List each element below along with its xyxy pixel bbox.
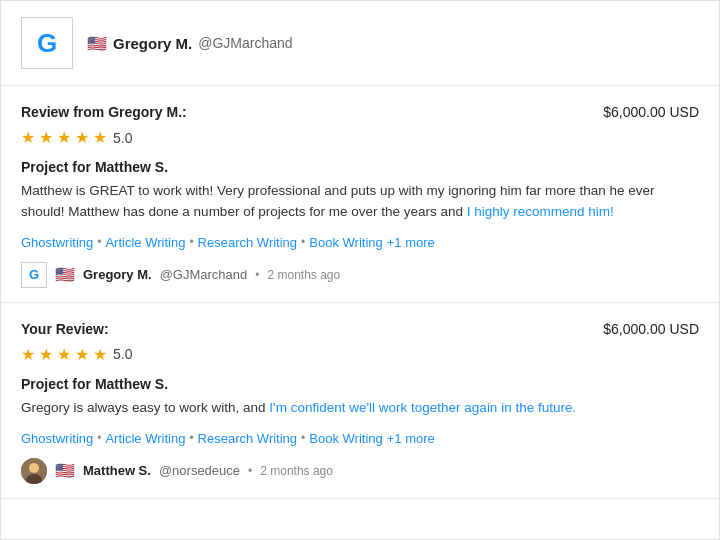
avatar: G — [21, 17, 73, 69]
stars-row-from: ★ ★ ★ ★ ★ 5.0 — [21, 128, 699, 147]
reviewer-avatar-yours — [21, 458, 47, 484]
star-5: ★ — [93, 128, 107, 147]
tag-ghostwriting-from[interactable]: Ghostwriting — [21, 235, 93, 250]
rating-num-yours: 5.0 — [113, 346, 132, 362]
reviewer-flag-yours: 🇺🇸 — [55, 461, 75, 480]
reviewer-time-yours: 2 months ago — [260, 464, 333, 478]
rating-num-from: 5.0 — [113, 130, 132, 146]
tag-article-from[interactable]: Article Writing — [105, 235, 185, 250]
tag-research-from[interactable]: Research Writing — [198, 235, 297, 250]
review-text-yours: Gregory is always easy to work with, and… — [21, 398, 699, 419]
dot-2: • — [189, 235, 193, 249]
sep-yours: • — [248, 464, 252, 478]
reviewer-name-yours: Matthew S. — [83, 463, 151, 478]
dot-5: • — [189, 431, 193, 445]
review-from-section: Review from Gregory M.: $6,000.00 USD ★ … — [1, 86, 719, 303]
your-star-3: ★ — [57, 345, 71, 364]
reviewer-handle-from: @GJMarchand — [160, 267, 248, 282]
your-review-label: Your Review: — [21, 321, 109, 337]
review-text-from: Matthew is GREAT to work with! Very prof… — [21, 181, 699, 223]
review-from-label: Review from Gregory M.: — [21, 104, 187, 120]
your-star-5: ★ — [93, 345, 107, 364]
stars-row-yours: ★ ★ ★ ★ ★ 5.0 — [21, 345, 699, 364]
project-title-yours: Project for Matthew S. — [21, 376, 699, 392]
flag-icon: 🇺🇸 — [87, 34, 107, 53]
reviewer-flag-from: 🇺🇸 — [55, 265, 75, 284]
profile-name-row: 🇺🇸 Gregory M. @GJMarchand — [87, 34, 293, 53]
dot-1: • — [97, 235, 101, 249]
svg-point-1 — [29, 463, 39, 473]
star-4: ★ — [75, 128, 89, 147]
your-star-1: ★ — [21, 345, 35, 364]
project-title-from: Project for Matthew S. — [21, 159, 699, 175]
reviewer-row-yours: 🇺🇸 Matthew S. @norsedeuce • 2 months ago — [21, 458, 699, 484]
your-star-4: ★ — [75, 345, 89, 364]
your-review-price: $6,000.00 USD — [603, 321, 699, 337]
profile-info: 🇺🇸 Gregory M. @GJMarchand — [87, 34, 293, 53]
tag-research-yours[interactable]: Research Writing — [198, 431, 297, 446]
reviewer-name-from: Gregory M. — [83, 267, 152, 282]
tag-more-from[interactable]: +1 more — [387, 235, 435, 250]
star-1: ★ — [21, 128, 35, 147]
profile-name: Gregory M. — [113, 35, 192, 52]
star-3: ★ — [57, 128, 71, 147]
dot-4: • — [97, 431, 101, 445]
tag-ghostwriting-yours[interactable]: Ghostwriting — [21, 431, 93, 446]
review-header-row: Review from Gregory M.: $6,000.00 USD — [21, 104, 699, 120]
profile-header: G 🇺🇸 Gregory M. @GJMarchand — [1, 1, 719, 86]
your-star-2: ★ — [39, 345, 53, 364]
reviewer-handle-yours: @norsedeuce — [159, 463, 240, 478]
reviewer-avatar-from: G — [21, 262, 47, 288]
tags-row-yours[interactable]: Ghostwriting • Article Writing • Researc… — [21, 431, 699, 446]
dot-6: • — [301, 431, 305, 445]
dot-3: • — [301, 235, 305, 249]
star-2: ★ — [39, 128, 53, 147]
your-review-section: Your Review: $6,000.00 USD ★ ★ ★ ★ ★ 5.0… — [1, 303, 719, 499]
tag-article-yours[interactable]: Article Writing — [105, 431, 185, 446]
sep-from: • — [255, 268, 259, 282]
reviewer-row-from: G 🇺🇸 Gregory M. @GJMarchand • 2 months a… — [21, 262, 699, 288]
tag-book-yours[interactable]: Book Writing — [309, 431, 382, 446]
tags-row-from[interactable]: Ghostwriting • Article Writing • Researc… — [21, 235, 699, 250]
tag-more-yours[interactable]: +1 more — [387, 431, 435, 446]
review-text-highlight-yours: I'm confident we'll work together again … — [269, 400, 576, 415]
tag-book-from[interactable]: Book Writing — [309, 235, 382, 250]
page-wrapper: G 🇺🇸 Gregory M. @GJMarchand Review from … — [0, 0, 720, 540]
review-from-price: $6,000.00 USD — [603, 104, 699, 120]
review-text-part1-yours: Gregory is always easy to work with, and — [21, 400, 269, 415]
profile-handle: @GJMarchand — [198, 35, 292, 51]
your-review-header-row: Your Review: $6,000.00 USD — [21, 321, 699, 337]
review-text-highlight: I highly recommend him! — [467, 204, 614, 219]
reviewer-time-from: 2 months ago — [267, 268, 340, 282]
